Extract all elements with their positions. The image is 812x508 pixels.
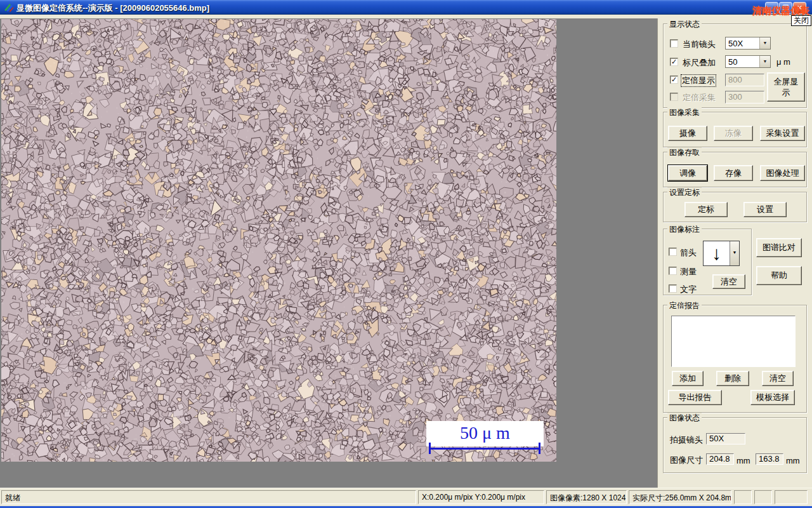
image-status-group: 图像状态 拍摄镜头 50X 图像尺寸 204.8 mm 163.8 mm bbox=[663, 417, 807, 473]
template-select-button[interactable]: 模板选择 bbox=[750, 390, 795, 405]
annotation-group: 图像标注 箭头 ↓ ▼ 测量 清空 文字 bbox=[663, 229, 752, 295]
lens-used-value: 50X bbox=[706, 433, 745, 444]
text-label: 文字 bbox=[680, 284, 697, 295]
image-width-value: 204.8 bbox=[706, 453, 734, 465]
fixed-capture-checkbox[interactable] bbox=[670, 93, 678, 101]
freeze-button[interactable]: 冻像 bbox=[714, 126, 753, 141]
save-image-button[interactable]: 存像 bbox=[714, 165, 753, 181]
fixed-display-value-field[interactable]: 800 bbox=[725, 74, 764, 86]
fixed-display-label: 定倍显示 bbox=[681, 75, 716, 86]
display-status-group: 显示状态 当前镜头 50X ▼ ✓ 标尺叠加 50 ▼ μ m ✓ 定倍显示 8… bbox=[663, 23, 807, 108]
image-storage-title: 图像存取 bbox=[667, 147, 702, 158]
calibration-title: 设置定标 bbox=[667, 187, 702, 198]
image-height-value: 163.8 bbox=[756, 453, 783, 465]
report-listbox[interactable] bbox=[671, 316, 796, 367]
settings-button[interactable]: 设置 bbox=[743, 202, 787, 217]
image-capture-group: 图像采集 摄像 冻像 采集设置 bbox=[663, 112, 807, 147]
load-image-button[interactable]: 调像 bbox=[668, 165, 707, 181]
close-tooltip: 关闭 bbox=[791, 15, 811, 26]
shoot-button[interactable]: 摄像 bbox=[668, 126, 707, 141]
image-capture-title: 图像采集 bbox=[667, 107, 702, 118]
capture-settings-button[interactable]: 采集设置 bbox=[760, 126, 805, 141]
current-lens-label: 当前镜头 bbox=[683, 39, 716, 50]
fixed-capture-label: 定倍采集 bbox=[683, 92, 716, 104]
status-spare-2 bbox=[754, 490, 772, 504]
scale-bar-line bbox=[429, 448, 540, 450]
scale-bar-tick-left bbox=[429, 443, 431, 454]
arrow-style-combobox[interactable]: ↓ ▼ bbox=[703, 241, 740, 266]
arrow-label: 箭头 bbox=[680, 247, 697, 258]
report-delete-button[interactable]: 删除 bbox=[716, 371, 749, 386]
image-width-unit: mm bbox=[737, 456, 750, 465]
lens-combobox[interactable]: 50X ▼ bbox=[725, 37, 771, 50]
status-image-pixels: 图像像素:1280 X 1024 bbox=[546, 490, 627, 504]
calibration-group: 设置定标 定标 设置 bbox=[663, 192, 807, 222]
scale-bar-label: 50 μ m bbox=[426, 421, 544, 446]
status-spare-3 bbox=[775, 490, 808, 504]
report-title: 定倍报告 bbox=[667, 300, 702, 311]
measure-label: 测量 bbox=[680, 266, 697, 277]
report-group: 定倍报告 添加 删除 清空 导出报告 模板选择 bbox=[663, 305, 807, 413]
micron-unit-label: μ m bbox=[776, 57, 790, 67]
fixed-display-checkbox[interactable]: ✓ bbox=[670, 76, 678, 84]
application-window: 显微图像定倍系统--演示版 - [20090602055646.bmp] _ ❐… bbox=[0, 0, 812, 508]
down-arrow-icon: ↓ bbox=[704, 241, 730, 265]
status-actual-size: 实际尺寸:256.0mm X 204.8mm bbox=[629, 490, 731, 504]
display-status-title: 显示状态 bbox=[667, 19, 702, 30]
app-icon bbox=[3, 2, 14, 13]
current-lens-checkbox[interactable] bbox=[670, 39, 678, 48]
image-storage-group: 图像存取 调像 存像 图像处理 bbox=[663, 152, 807, 187]
image-size-label: 图像尺寸 bbox=[670, 455, 703, 466]
window-title: 显微图像定倍系统--演示版 - [20090602055646.bmp] bbox=[16, 3, 209, 14]
dropdown-arrow-icon[interactable]: ▼ bbox=[759, 37, 770, 49]
lens-used-label: 拍摄镜头 bbox=[670, 434, 703, 446]
help-button[interactable]: 帮助 bbox=[756, 266, 802, 285]
image-height-unit: mm bbox=[786, 456, 800, 465]
text-checkbox[interactable] bbox=[669, 284, 677, 293]
ruler-overlay-label: 标尺叠加 bbox=[683, 57, 716, 69]
fixed-capture-value-field[interactable]: 300 bbox=[725, 91, 764, 104]
dropdown-arrow-icon[interactable]: ▼ bbox=[759, 56, 770, 67]
scale-bar-tick-right bbox=[539, 443, 540, 454]
image-status-title: 图像状态 bbox=[667, 413, 702, 424]
ruler-combobox-value: 50 bbox=[728, 57, 737, 67]
status-spare-1 bbox=[734, 490, 752, 504]
clear-annotation-button[interactable]: 清空 bbox=[712, 274, 745, 289]
dropdown-arrow-icon[interactable]: ▼ bbox=[730, 241, 739, 265]
report-clear-button[interactable]: 清空 bbox=[762, 371, 794, 386]
arrow-checkbox[interactable] bbox=[669, 248, 677, 256]
status-ready: 就绪 bbox=[1, 490, 416, 504]
image-process-button[interactable]: 图像处理 bbox=[760, 165, 805, 181]
export-report-button[interactable]: 导出报告 bbox=[668, 390, 722, 405]
micrograph-image bbox=[1, 19, 556, 462]
status-pixel-scale: X:0.200μ m/pix Y:0.200μ m/pix bbox=[418, 490, 544, 504]
ruler-overlay-checkbox[interactable]: ✓ bbox=[670, 58, 678, 66]
lens-combobox-value: 50X bbox=[728, 39, 743, 48]
annotation-title: 图像标注 bbox=[667, 224, 702, 235]
measure-checkbox[interactable] bbox=[669, 267, 677, 275]
report-add-button[interactable]: 添加 bbox=[672, 371, 704, 386]
status-bar: 就绪 X:0.200μ m/pix Y:0.200μ m/pix 图像像素:12… bbox=[0, 488, 812, 506]
atlas-compare-button[interactable]: 图谱比对 bbox=[756, 238, 802, 257]
fullscreen-button[interactable]: 全屏显示 bbox=[767, 72, 805, 102]
ruler-value-combobox[interactable]: 50 ▼ bbox=[725, 55, 771, 68]
calibrate-button[interactable]: 定标 bbox=[684, 202, 728, 217]
title-bar: 显微图像定倍系统--演示版 - [20090602055646.bmp] _ ❐… bbox=[0, 0, 812, 15]
